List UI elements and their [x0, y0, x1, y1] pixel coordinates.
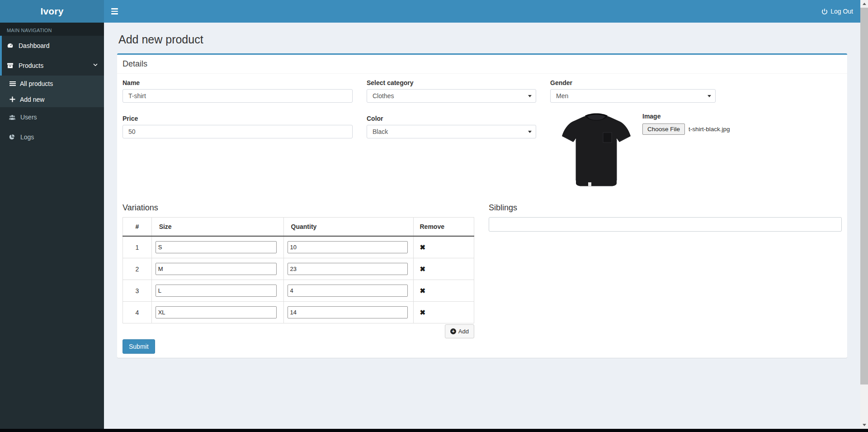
details-panel: Details Name Price — [117, 53, 847, 358]
power-icon — [821, 8, 828, 15]
column-header-number: # — [123, 218, 152, 237]
select-caret-icon — [528, 131, 532, 133]
t-shirt-image — [550, 112, 642, 190]
sidebar-item-label: Logs — [20, 133, 34, 141]
row-number: 4 — [123, 302, 152, 323]
logout-label: Log Out — [830, 8, 853, 15]
app-window: Ivory Log Out MAIN NAVIGATION — [0, 0, 868, 432]
submit-button[interactable]: Submit — [123, 339, 155, 354]
sidebar-item-logs[interactable]: Logs — [0, 127, 104, 147]
sidebar-toggle-button[interactable] — [104, 0, 125, 23]
add-button-label: Add — [458, 328, 469, 335]
variation-row: 3 ✖ — [123, 280, 474, 302]
add-variation-button[interactable]: + Add — [445, 324, 474, 338]
row-number: 1 — [123, 236, 152, 258]
choose-file-button[interactable]: Choose File — [642, 123, 685, 135]
column-header-quantity: Quantity — [283, 218, 413, 237]
remove-row-button-1[interactable]: ✖ — [417, 244, 426, 251]
row-number: 3 — [123, 280, 152, 302]
category-label: Select category — [367, 79, 536, 86]
scroll-down-button[interactable] — [860, 421, 868, 429]
variation-row: 1 ✖ — [123, 236, 474, 258]
name-input[interactable] — [123, 89, 353, 103]
panel-title: Details — [123, 59, 147, 68]
products-submenu: All products Add new — [0, 76, 104, 107]
content-area: Add new product Details Name Price — [104, 23, 860, 429]
price-label: Price — [123, 115, 353, 122]
column-header-remove: Remove — [413, 218, 474, 237]
sidebar-item-users[interactable]: Users — [0, 107, 104, 127]
color-label: Color — [367, 115, 536, 122]
price-input[interactable] — [123, 125, 353, 138]
top-navbar: Log Out — [104, 0, 860, 23]
sidebar-item-label: Add new — [20, 96, 44, 103]
variation-row: 2 ✖ — [123, 258, 474, 280]
pie-chart-icon — [9, 134, 18, 140]
sidebar-item-label: Dashboard — [19, 42, 50, 49]
quantity-input-3[interactable] — [288, 285, 408, 297]
gender-select[interactable]: Men — [550, 89, 716, 103]
row-number: 2 — [123, 258, 152, 280]
hamburger-icon — [111, 8, 118, 14]
quantity-input-2[interactable] — [288, 263, 408, 275]
remove-row-button-4[interactable]: ✖ — [417, 309, 426, 316]
gender-selected-value: Men — [556, 92, 568, 100]
users-icon — [9, 114, 18, 120]
sidebar-item-label: Products — [19, 62, 43, 69]
image-label: Image — [642, 113, 730, 120]
name-label: Name — [123, 79, 353, 86]
vertical-scrollbar[interactable] — [860, 0, 868, 429]
sidebar: MAIN NAVIGATION Dashboard Products — [0, 23, 104, 429]
arrow-down-icon — [863, 424, 866, 426]
quantity-input-4[interactable] — [288, 306, 408, 318]
size-input-2[interactable] — [156, 263, 277, 275]
quantity-input-1[interactable] — [288, 241, 408, 253]
list-icon — [9, 81, 17, 86]
plus-circle-icon: + — [450, 328, 456, 334]
window-bottom-edge — [0, 429, 868, 432]
select-caret-icon — [708, 95, 711, 97]
scroll-up-button[interactable] — [860, 0, 868, 8]
color-selected-value: Black — [373, 128, 388, 135]
brand-logo[interactable]: Ivory — [0, 0, 104, 23]
sidebar-item-add-new[interactable]: Add new — [0, 91, 104, 107]
sidebar-item-dashboard[interactable]: Dashboard — [0, 36, 104, 56]
plus-icon — [9, 96, 17, 102]
siblings-input[interactable] — [489, 217, 842, 232]
sidebar-item-label: All products — [20, 80, 53, 87]
file-name: t-shirt-black.jpg — [689, 126, 730, 133]
variations-table: # Size Quantity Remove 1 — [123, 217, 474, 323]
category-select[interactable]: Clothes — [367, 89, 536, 103]
products-box-icon — [7, 62, 16, 69]
size-input-1[interactable] — [156, 241, 277, 253]
dashboard-icon — [7, 43, 16, 49]
color-select[interactable]: Black — [367, 125, 536, 138]
sidebar-item-products[interactable]: Products — [0, 56, 104, 76]
column-header-size: Size — [151, 218, 283, 237]
sidebar-item-all-products[interactable]: All products — [0, 76, 104, 91]
page-title: Add new product — [118, 33, 847, 46]
gender-label: Gender — [550, 79, 842, 86]
category-selected-value: Clothes — [373, 92, 394, 100]
remove-row-button-2[interactable]: ✖ — [417, 266, 426, 272]
variations-title: Variations — [123, 203, 474, 213]
sidebar-header: MAIN NAVIGATION — [0, 23, 104, 36]
remove-row-button-3[interactable]: ✖ — [417, 287, 426, 294]
sidebar-item-label: Users — [20, 114, 37, 121]
size-input-3[interactable] — [156, 285, 277, 297]
size-input-4[interactable] — [156, 306, 277, 318]
siblings-title: Siblings — [489, 203, 842, 213]
select-caret-icon — [528, 95, 532, 97]
scrollbar-thumb[interactable] — [860, 8, 868, 385]
variation-row: 4 ✖ — [123, 302, 474, 323]
arrow-up-icon — [863, 3, 866, 5]
logout-button[interactable]: Log Out — [814, 0, 860, 23]
chevron-down-icon — [93, 63, 98, 66]
